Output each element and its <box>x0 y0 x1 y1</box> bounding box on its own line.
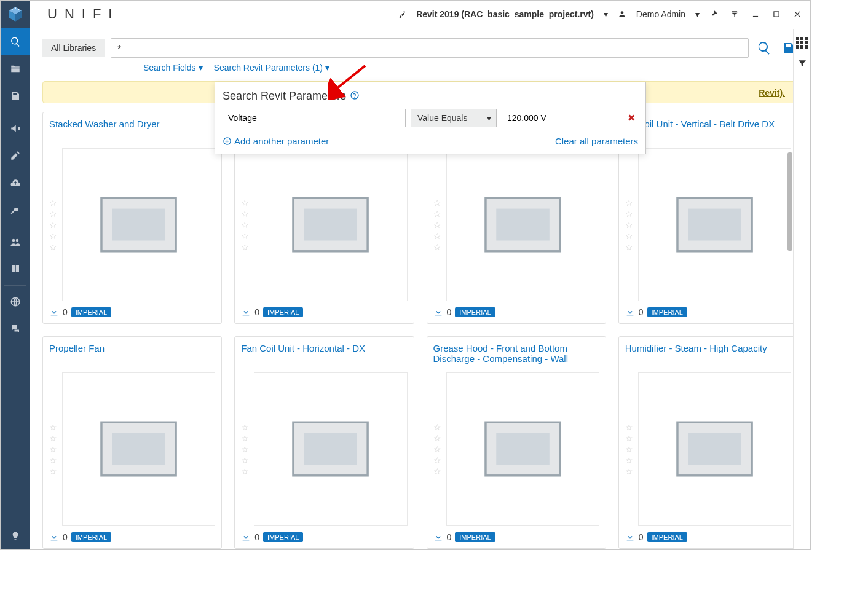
param-value-input[interactable] <box>502 109 620 127</box>
sidebar-item-book[interactable] <box>1 256 30 283</box>
banner-link[interactable]: Revit). <box>759 82 785 104</box>
unit-badge: IMPERIAL <box>647 532 687 542</box>
card-title[interactable]: Stacked Washer and Dryer <box>49 119 215 143</box>
search-input[interactable] <box>111 38 749 58</box>
download-icon[interactable] <box>433 307 443 317</box>
star-icon: ☆ <box>241 220 249 230</box>
sidebar-item-chat[interactable] <box>1 315 30 342</box>
rating-stars[interactable]: ☆ ☆ ☆ ☆ ☆ <box>49 372 57 525</box>
star-icon: ☆ <box>433 422 441 432</box>
download-icon[interactable] <box>49 307 59 317</box>
sidebar-item-folder[interactable] <box>1 55 30 82</box>
card-title[interactable]: an Coil Unit - Vertical - Belt Drive DX <box>625 119 791 143</box>
star-icon: ☆ <box>49 242 57 252</box>
download-icon[interactable] <box>433 532 443 542</box>
param-operator-select[interactable]: Value Equals ▾ <box>411 109 497 127</box>
svg-point-33 <box>351 92 358 99</box>
search-button[interactable] <box>755 39 773 57</box>
star-icon: ☆ <box>433 231 441 241</box>
card-thumbnail[interactable] <box>446 372 599 525</box>
card-thumbnail[interactable] <box>638 372 791 525</box>
star-icon: ☆ <box>625 433 633 443</box>
download-icon[interactable] <box>49 532 59 542</box>
star-icon: ☆ <box>49 455 57 465</box>
sidebar-item-search[interactable] <box>1 28 30 55</box>
sidebar-item-edit[interactable] <box>1 142 30 169</box>
svg-rect-18 <box>112 433 165 465</box>
rating-stars[interactable]: ☆ ☆ ☆ ☆ ☆ <box>625 372 633 525</box>
rating-stars[interactable]: ☆ ☆ ☆ ☆ ☆ <box>241 372 249 525</box>
star-icon: ☆ <box>49 433 57 443</box>
star-icon: ☆ <box>433 242 441 252</box>
all-libraries-button[interactable]: All Libraries <box>42 39 105 57</box>
star-icon: ☆ <box>241 455 249 465</box>
caret-down-icon: ▾ <box>695 9 700 19</box>
always-on-top-icon[interactable] <box>728 7 741 21</box>
param-name-input[interactable] <box>223 109 406 127</box>
remove-param-icon[interactable]: ✖ <box>625 112 638 124</box>
card-title[interactable]: Grease Hood - Front and Bottom Discharge… <box>433 343 599 368</box>
card-title[interactable]: Humidifier - Steam - High Capacity <box>625 343 791 368</box>
filter-icon[interactable] <box>797 58 807 70</box>
search-revit-params-dropdown[interactable]: Search Revit Parameters (1) ▾ <box>214 63 329 73</box>
rating-stars[interactable]: ☆ ☆ ☆ ☆ ☆ <box>241 148 249 301</box>
close-icon[interactable] <box>791 7 804 21</box>
search-fields-dropdown[interactable]: Search Fields ▾ <box>143 63 203 73</box>
help-icon[interactable] <box>350 90 360 103</box>
star-icon: ☆ <box>49 231 57 241</box>
rating-stars[interactable]: ☆ ☆ ☆ ☆ ☆ <box>625 148 633 301</box>
sidebar-item-upload[interactable] <box>1 169 30 196</box>
sidebar-item-save[interactable] <box>1 82 30 109</box>
clear-parameters-label: Clear all parameters <box>555 136 638 146</box>
svg-point-4 <box>18 9 19 10</box>
download-icon[interactable] <box>625 307 635 317</box>
app-logo <box>1 1 30 28</box>
card-thumbnail[interactable] <box>254 372 407 525</box>
download-icon[interactable] <box>241 307 251 317</box>
star-icon: ☆ <box>241 444 249 454</box>
caret-down-icon: ▾ <box>325 63 329 73</box>
download-count: 0 <box>639 307 644 317</box>
clear-parameters-link[interactable]: Clear all parameters <box>555 136 638 146</box>
sidebar-item-globe[interactable] <box>1 288 30 315</box>
card-thumbnail[interactable] <box>254 148 407 301</box>
star-icon: ☆ <box>433 220 441 230</box>
revit-context[interactable]: Revit 2019 (RAC_basic_sample_project.rvt… <box>416 9 594 19</box>
star-icon: ☆ <box>241 466 249 476</box>
caret-down-icon: ▾ <box>487 113 491 123</box>
sidebar-item-users[interactable] <box>1 229 30 256</box>
pin-icon[interactable] <box>707 7 720 21</box>
svg-rect-24 <box>688 433 741 465</box>
rating-stars[interactable]: ☆ ☆ ☆ ☆ ☆ <box>433 372 441 525</box>
card-thumbnail[interactable] <box>62 148 215 301</box>
star-icon: ☆ <box>241 242 249 252</box>
card-thumbnail[interactable] <box>446 148 599 301</box>
unit-badge: IMPERIAL <box>455 307 495 317</box>
download-count: 0 <box>63 307 68 317</box>
star-icon: ☆ <box>433 444 441 454</box>
download-icon[interactable] <box>625 532 635 542</box>
card-title[interactable]: Fan Coil Unit - Horizontal - DX <box>241 343 407 368</box>
minimize-icon[interactable] <box>749 7 762 21</box>
rating-stars[interactable]: ☆ ☆ ☆ ☆ ☆ <box>49 148 57 301</box>
star-icon: ☆ <box>49 466 57 476</box>
sidebar-item-announce[interactable] <box>1 115 30 142</box>
result-card: Propeller Fan ☆ ☆ ☆ ☆ ☆ 0 IMPERIAL <box>42 336 222 548</box>
download-count: 0 <box>639 532 644 542</box>
rating-stars[interactable]: ☆ ☆ ☆ ☆ ☆ <box>433 148 441 301</box>
scrollbar-thumb[interactable] <box>787 152 792 251</box>
add-parameter-link[interactable]: Add another parameter <box>223 136 329 146</box>
card-thumbnail[interactable] <box>638 148 791 301</box>
sidebar-item-key[interactable] <box>1 196 30 223</box>
star-icon: ☆ <box>241 198 249 208</box>
user-menu[interactable]: Demo Admin <box>636 9 685 19</box>
star-icon: ☆ <box>49 209 57 219</box>
svg-rect-20 <box>304 433 358 465</box>
download-icon[interactable] <box>241 532 251 542</box>
grid-view-icon[interactable] <box>796 37 808 49</box>
card-title[interactable]: Propeller Fan <box>49 343 215 368</box>
maximize-icon[interactable] <box>770 7 783 21</box>
sidebar-item-tip[interactable] <box>1 522 30 549</box>
star-icon: ☆ <box>433 198 441 208</box>
card-thumbnail[interactable] <box>62 372 215 525</box>
